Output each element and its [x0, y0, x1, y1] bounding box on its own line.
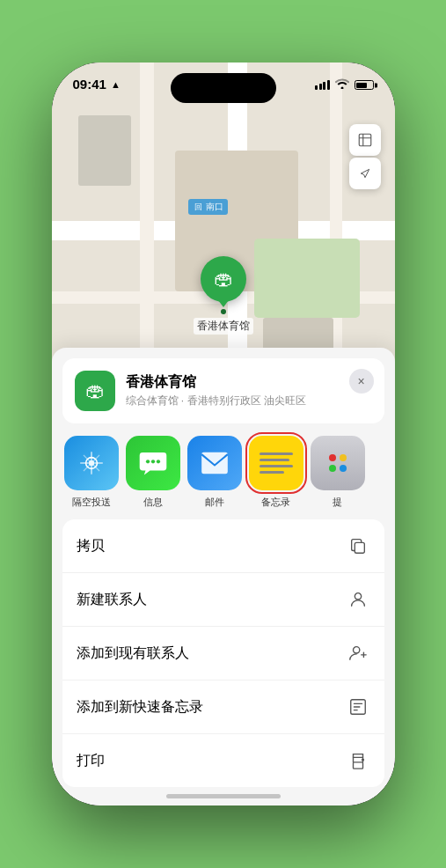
venue-subtitle: 综合体育馆 · 香港特别行政区 油尖旺区 [126, 394, 372, 408]
stadium-icon: 🏟 [214, 268, 233, 291]
venue-info-card: 🏟 香港体育馆 综合体育馆 · 香港特别行政区 油尖旺区 × [62, 358, 384, 423]
action-print[interactable]: 打印 [62, 734, 384, 787]
svg-rect-0 [359, 134, 371, 146]
person-add-icon [346, 641, 370, 666]
notes-icon [249, 436, 303, 490]
action-list: 拷贝 新建联系人 [62, 519, 384, 787]
pin-dot [221, 309, 226, 314]
messages-label: 信息 [143, 496, 163, 509]
svg-point-2 [88, 460, 93, 466]
status-icons [315, 77, 374, 92]
phone-body: 09:41 ▲ [52, 63, 395, 805]
signal-bars [315, 80, 330, 90]
battery-icon [355, 80, 374, 90]
more-icon [311, 436, 365, 490]
pin-circle: 🏟 [201, 256, 246, 302]
action-new-contact[interactable]: 新建联系人 [62, 573, 384, 627]
action-quick-note[interactable]: 添加到新快速备忘录 [62, 680, 384, 734]
airdrop-icon [64, 436, 119, 490]
share-item-messages[interactable]: 信息 [126, 436, 180, 509]
svg-point-17 [362, 759, 363, 761]
svg-rect-6 [201, 452, 228, 474]
status-time: 09:41 ▲ [73, 77, 121, 92]
time-display: 09:41 [73, 77, 106, 92]
venue-pin: 🏟 香港体育馆 [194, 256, 253, 335]
screen: 09:41 ▲ [52, 63, 395, 805]
action-new-contact-label: 新建联系人 [77, 591, 147, 609]
svg-rect-7 [355, 542, 364, 553]
action-quick-note-label: 添加到新快速备忘录 [77, 698, 203, 717]
close-icon: × [357, 374, 364, 388]
svg-point-4 [150, 460, 154, 463]
dynamic-island [171, 73, 276, 103]
mail-icon [187, 436, 242, 490]
svg-point-3 [145, 460, 149, 463]
phone-frame: 09:41 ▲ [0, 0, 446, 868]
airdrop-label: 隔空投送 [72, 496, 111, 509]
map-type-button[interactable] [349, 124, 381, 156]
action-add-contact-label: 添加到现有联系人 [77, 644, 189, 663]
more-label: 提 [333, 496, 342, 509]
share-row: 隔空投送 信息 [52, 423, 395, 509]
share-item-notes[interactable]: 备忘录 [249, 436, 303, 509]
wifi-icon [335, 78, 349, 92]
bottom-sheet: 🏟 香港体育馆 综合体育馆 · 香港特别行政区 油尖旺区 × [52, 348, 395, 805]
venue-map-label: 香港体育馆 [194, 318, 253, 335]
venue-title: 香港体育馆 [126, 373, 372, 392]
quick-note-icon [346, 695, 370, 719]
map-controls [349, 124, 381, 189]
venue-icon-small: 🏟 [75, 371, 115, 411]
person-icon [346, 587, 370, 612]
svg-point-9 [353, 647, 359, 653]
svg-point-8 [355, 593, 361, 600]
mail-label: 邮件 [205, 496, 224, 509]
venue-info-text: 香港体育馆 综合体育馆 · 香港特别行政区 油尖旺区 [126, 373, 372, 408]
map-entrance-label: 回南口 [188, 199, 228, 215]
messages-icon [126, 436, 180, 490]
action-add-contact[interactable]: 添加到现有联系人 [62, 627, 384, 680]
close-button[interactable]: × [349, 369, 374, 394]
copy-icon [346, 533, 370, 558]
action-copy[interactable]: 拷贝 [62, 519, 384, 573]
map-label-text: 南口 [206, 202, 223, 211]
location-arrow-icon: ▲ [111, 79, 121, 90]
svg-point-5 [156, 460, 159, 463]
location-button[interactable] [349, 158, 381, 189]
svg-rect-16 [353, 762, 362, 769]
action-copy-label: 拷贝 [77, 537, 105, 555]
notes-label: 备忘录 [261, 496, 290, 509]
share-item-more[interactable]: 提 [311, 436, 365, 509]
share-item-airdrop[interactable]: 隔空投送 [64, 436, 119, 509]
home-indicator [166, 794, 281, 798]
action-print-label: 打印 [77, 752, 105, 770]
map-label-prefix: 回 [193, 202, 204, 211]
print-icon [346, 748, 370, 773]
venue-small-icon: 🏟 [85, 379, 105, 402]
share-item-mail[interactable]: 邮件 [187, 436, 242, 509]
